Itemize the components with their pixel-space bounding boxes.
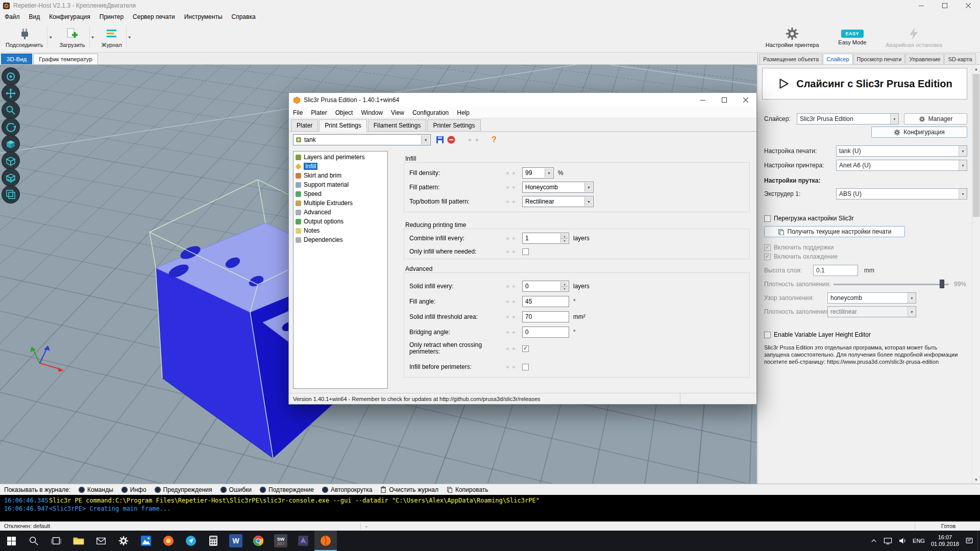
preset-select[interactable]: tank ▾: [293, 134, 431, 145]
log-filter-toggle[interactable]: Команды: [79, 486, 113, 493]
tab-temperature-graph[interactable]: График температур: [33, 54, 98, 64]
fill-density-combo[interactable]: 99▾: [522, 167, 554, 179]
category-dependencies[interactable]: Dependencies: [293, 235, 387, 244]
solid-pattern-select[interactable]: rectilinear▾: [827, 306, 916, 317]
category-support[interactable]: Support material: [293, 180, 387, 189]
retract-crossing-checkbox[interactable]: [522, 345, 529, 352]
show-desktop-button[interactable]: [977, 531, 980, 551]
log-filter-toggle[interactable]: Подтверждение: [260, 486, 314, 493]
printer-settings-button[interactable]: Настройки принтера: [764, 22, 821, 52]
app-titlebar[interactable]: Repetier-Host V2.1.3 - КреплениеДвигател…: [0, 0, 980, 11]
orange-app-button[interactable]: [157, 531, 180, 551]
tab-sd-card[interactable]: SD-карта: [944, 54, 975, 64]
scrollbar-thumb[interactable]: [973, 74, 979, 217]
checkbox[interactable]: [764, 254, 771, 260]
category-extruders[interactable]: Multiple Extruders: [293, 198, 387, 208]
tab-print-preview[interactable]: Просмотр печати: [853, 54, 905, 64]
menu-item[interactable]: Plater: [307, 107, 331, 118]
slicer-select[interactable]: Slic3r Prusa Edition▾: [797, 113, 899, 124]
category-skirt[interactable]: Skirt and brim: [293, 171, 387, 180]
language-indicator[interactable]: ENG: [913, 538, 925, 544]
tab-object-placement[interactable]: Размещение объекта: [760, 54, 822, 64]
tab-filament-settings[interactable]: Filament Settings: [368, 119, 427, 131]
category-layers[interactable]: Layers and perimeters: [293, 153, 387, 162]
spinner-arrows[interactable]: ▴▾: [560, 234, 568, 243]
panel-scrollbar[interactable]: ▲ ▼: [972, 65, 980, 484]
tab-plater[interactable]: Plater: [291, 119, 318, 131]
menu-item[interactable]: Справка: [227, 11, 260, 22]
action-center-button[interactable]: [965, 537, 973, 545]
emergency-stop-button[interactable]: Аварийная остановка: [884, 22, 944, 52]
tab-printer-settings[interactable]: Printer Settings: [427, 119, 480, 131]
copy-log-button[interactable]: Копировать: [447, 486, 488, 493]
manager-button[interactable]: Manager: [904, 113, 967, 124]
menu-item[interactable]: Window: [357, 107, 387, 118]
solidworks-app-button[interactable]: SW 2017: [270, 531, 292, 551]
checkbox[interactable]: [764, 215, 771, 222]
settings-category-list[interactable]: Layers and perimeters Infill Skirt and b…: [293, 151, 388, 389]
category-output[interactable]: Output options: [293, 217, 387, 226]
display-tray-icon[interactable]: [884, 537, 892, 545]
nav-layers-button[interactable]: [2, 185, 20, 204]
scroll-down-arrow[interactable]: ▼: [972, 475, 980, 484]
menu-item[interactable]: Принтер: [95, 11, 128, 22]
minimize-button[interactable]: [692, 93, 714, 107]
infill-first-checkbox[interactable]: [522, 364, 529, 370]
top-bottom-pattern-select[interactable]: Rectilinear▾: [522, 196, 594, 207]
file-explorer-button[interactable]: [67, 531, 90, 551]
category-notes[interactable]: Notes: [293, 226, 387, 235]
search-button[interactable]: [22, 531, 45, 551]
close-button[interactable]: [957, 0, 980, 11]
configuration-button[interactable]: Конфигурация: [871, 127, 967, 138]
log-output[interactable]: 16:06:46.345Slic3r PE command:C:\Program…: [0, 495, 980, 521]
menu-item[interactable]: File: [289, 107, 307, 118]
tab-slicer[interactable]: Слайсер: [823, 54, 852, 64]
close-button[interactable]: [735, 93, 756, 107]
nav-rotate-button[interactable]: [2, 118, 20, 136]
enable-support-checkbox[interactable]: Включить поддержки: [764, 243, 834, 252]
slice-header-button[interactable]: Слайсинг с Slic3r Prusa Edition: [762, 68, 967, 99]
easy-mode-button[interactable]: EASY Easy Mode: [836, 22, 868, 52]
delete-preset-button[interactable]: [447, 136, 455, 144]
menu-item[interactable]: Сервер печати: [128, 11, 180, 22]
menu-item[interactable]: Файл: [0, 11, 24, 22]
log-filter-toggle[interactable]: Инфо: [121, 486, 146, 493]
task-view-button[interactable]: [45, 531, 67, 551]
extruder-filament-select[interactable]: ABS (U)▾: [836, 188, 967, 199]
menu-item[interactable]: Help: [453, 107, 474, 118]
maximize-button[interactable]: [933, 0, 957, 11]
menu-item[interactable]: Конфигурация: [44, 11, 95, 22]
calculator-app-button[interactable]: [202, 531, 225, 551]
fill-density-slider[interactable]: [834, 279, 949, 290]
blue-app-button[interactable]: [180, 531, 202, 551]
layer-height-input[interactable]: 0.1: [813, 265, 858, 276]
log-filter-toggle[interactable]: Предупреждения: [155, 486, 212, 493]
menu-item[interactable]: View: [387, 107, 408, 118]
nav-eye-button[interactable]: [2, 67, 20, 86]
nav-cube-solid-button[interactable]: [2, 135, 20, 153]
slider-track[interactable]: [834, 284, 949, 285]
combine-infill-spinner[interactable]: 1▴▾: [522, 233, 569, 244]
print-config-select[interactable]: tank (U)▾: [836, 145, 967, 157]
maximize-button[interactable]: [714, 93, 735, 107]
spinner-arrows[interactable]: ▴▾: [560, 282, 568, 291]
dark-app-button[interactable]: [292, 531, 314, 551]
category-speed[interactable]: Speed: [293, 189, 387, 198]
nav-cube-slice-button[interactable]: [2, 168, 20, 187]
tab-manual-control[interactable]: Управление: [905, 54, 944, 64]
tray-expand-button[interactable]: [870, 537, 877, 544]
tab-print-settings[interactable]: Print Settings: [319, 119, 366, 132]
only-infill-checkbox[interactable]: [522, 248, 529, 255]
menu-item[interactable]: Configuration: [408, 107, 453, 118]
log-dropdown-arrow[interactable]: ▾: [126, 27, 133, 48]
save-preset-button[interactable]: [436, 136, 444, 144]
mail-button[interactable]: [90, 531, 112, 551]
checkbox[interactable]: [764, 332, 771, 338]
photos-app-button[interactable]: [135, 531, 157, 551]
clock[interactable]: 16:07 01.09.2018: [931, 534, 959, 547]
bridging-angle-input[interactable]: 0: [522, 327, 569, 338]
category-infill[interactable]: Infill: [293, 162, 387, 171]
scroll-up-arrow[interactable]: ▲: [972, 65, 980, 73]
volume-tray-icon[interactable]: [898, 537, 906, 545]
settings-button[interactable]: [112, 531, 135, 551]
